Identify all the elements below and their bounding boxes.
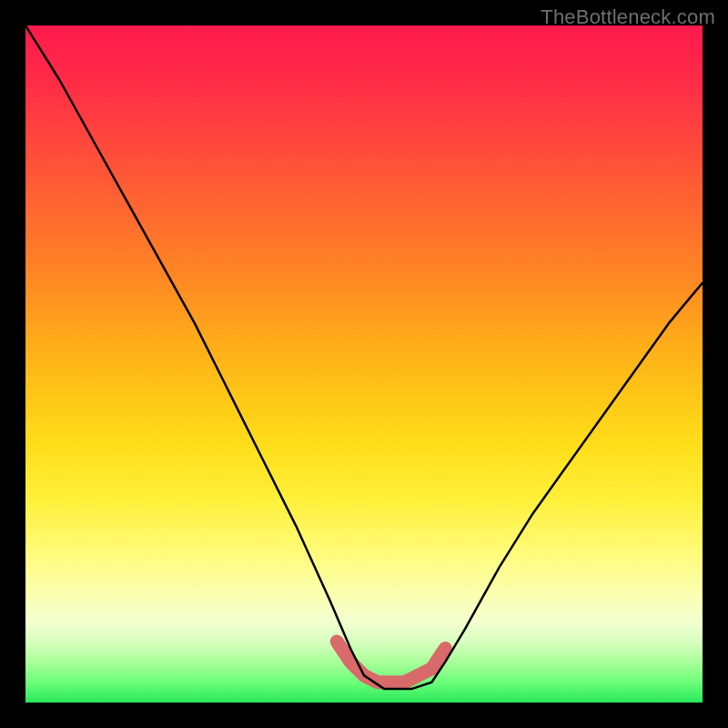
chart-root: TheBottleneck.com	[0, 0, 728, 728]
bottleneck-curve-path	[25, 25, 703, 689]
watermark-text: TheBottleneck.com	[541, 5, 715, 29]
curve-layer	[25, 25, 703, 703]
trough-highlight-path	[337, 642, 445, 682]
plot-area	[25, 25, 703, 703]
